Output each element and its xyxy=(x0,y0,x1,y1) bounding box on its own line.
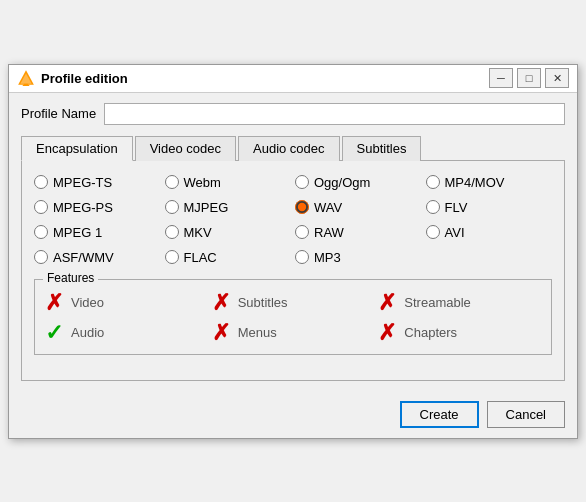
window: Profile edition ─ □ ✕ Profile Name Encap… xyxy=(8,64,578,439)
features-box: Features ✗ Video ✗ Subtitles ✗ xyxy=(34,279,552,355)
option-flv[interactable]: FLV xyxy=(426,200,553,215)
option-asf-wmv[interactable]: ASF/WMV xyxy=(34,250,161,265)
features-grid: ✗ Video ✗ Subtitles ✗ Streamable xyxy=(45,292,541,344)
maximize-button[interactable]: □ xyxy=(517,68,541,88)
feature-menus: ✗ Menus xyxy=(212,322,375,344)
features-label: Features xyxy=(43,271,98,285)
option-webm[interactable]: Webm xyxy=(165,175,292,190)
option-mpeg-ts[interactable]: MPEG-TS xyxy=(34,175,161,190)
feature-audio-label: Audio xyxy=(71,325,104,340)
audio-icon: ✓ xyxy=(45,322,63,344)
option-raw[interactable]: RAW xyxy=(295,225,422,240)
window-title: Profile edition xyxy=(41,71,128,86)
feature-video: ✗ Video xyxy=(45,292,208,314)
feature-streamable-label: Streamable xyxy=(404,295,470,310)
feature-video-label: Video xyxy=(71,295,104,310)
subtitles-icon: ✗ xyxy=(212,292,230,314)
close-button[interactable]: ✕ xyxy=(545,68,569,88)
cancel-button[interactable]: Cancel xyxy=(487,401,565,428)
create-button[interactable]: Create xyxy=(400,401,479,428)
feature-menus-label: Menus xyxy=(238,325,277,340)
feature-streamable: ✗ Streamable xyxy=(378,292,541,314)
feature-chapters-label: Chapters xyxy=(404,325,457,340)
title-left: Profile edition xyxy=(17,69,128,87)
option-ogg-ogm[interactable]: Ogg/Ogm xyxy=(295,175,422,190)
profile-name-row: Profile Name xyxy=(21,103,565,125)
tabs: Encapsulation Video codec Audio codec Su… xyxy=(21,135,565,161)
option-mkv[interactable]: MKV xyxy=(165,225,292,240)
tab-encapsulation[interactable]: Encapsulation xyxy=(21,136,133,161)
profile-name-input[interactable] xyxy=(104,103,565,125)
feature-audio: ✓ Audio xyxy=(45,322,208,344)
video-icon: ✗ xyxy=(45,292,63,314)
tab-audio-codec[interactable]: Audio codec xyxy=(238,136,340,161)
tab-subtitles[interactable]: Subtitles xyxy=(342,136,422,161)
option-flac[interactable]: FLAC xyxy=(165,250,292,265)
option-mp4-mov[interactable]: MP4/MOV xyxy=(426,175,553,190)
option-mjpeg[interactable]: MJPEG xyxy=(165,200,292,215)
feature-subtitles: ✗ Subtitles xyxy=(212,292,375,314)
profile-name-label: Profile Name xyxy=(21,106,96,121)
option-mpeg1[interactable]: MPEG 1 xyxy=(34,225,161,240)
tab-video-codec[interactable]: Video codec xyxy=(135,136,236,161)
feature-subtitles-label: Subtitles xyxy=(238,295,288,310)
svg-rect-3 xyxy=(23,85,30,86)
minimize-button[interactable]: ─ xyxy=(489,68,513,88)
chapters-icon: ✗ xyxy=(378,322,396,344)
option-wav[interactable]: WAV xyxy=(295,200,422,215)
feature-chapters: ✗ Chapters xyxy=(378,322,541,344)
option-mpeg-ps[interactable]: MPEG-PS xyxy=(34,200,161,215)
tab-panel-encapsulation: MPEG-TS Webm Ogg/Ogm MP4/MOV MPEG-PS MJP… xyxy=(21,161,565,381)
title-buttons: ─ □ ✕ xyxy=(489,68,569,88)
vlc-icon xyxy=(17,69,35,87)
bottom-bar: Create Cancel xyxy=(9,393,577,438)
title-bar: Profile edition ─ □ ✕ xyxy=(9,65,577,93)
main-content: Profile Name Encapsulation Video codec A… xyxy=(9,93,577,393)
menus-icon: ✗ xyxy=(212,322,230,344)
option-avi[interactable]: AVI xyxy=(426,225,553,240)
option-mp3[interactable]: MP3 xyxy=(295,250,422,265)
streamable-icon: ✗ xyxy=(378,292,396,314)
encapsulation-options: MPEG-TS Webm Ogg/Ogm MP4/MOV MPEG-PS MJP… xyxy=(34,175,552,265)
